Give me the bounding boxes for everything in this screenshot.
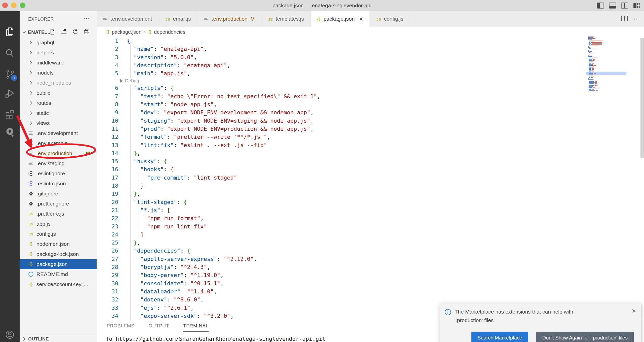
file-item-env-staging[interactable]: .env.staging <box>20 158 97 168</box>
code-token: "version" <box>134 54 164 60</box>
code-text: "dev": "export NODE_ENV=development && n… <box>127 109 314 117</box>
code-token: , <box>254 256 257 262</box>
notification-message: The Marketplace has extensions that can … <box>455 307 611 325</box>
run-debug-icon[interactable] <box>4 88 16 99</box>
file-item-config-js[interactable]: JSconfig.js <box>20 229 97 239</box>
code-token: "export NODE_ENV=development && nodemon … <box>164 109 310 116</box>
file-item-serviceaccountkey-j[interactable]: {}serviceAccountKey.j... <box>20 279 97 289</box>
file-item-eslintignore[interactable]: .eslintignore <box>20 168 97 179</box>
file-item-env-development[interactable]: .env.development <box>20 128 97 138</box>
minimap-row <box>588 45 626 45</box>
new-folder-icon[interactable] <box>60 28 67 36</box>
account-icon[interactable] <box>4 329 16 340</box>
code-text: "body-parser": "^1.19.0", <box>127 271 224 279</box>
js-file-icon: JS <box>28 231 34 237</box>
code-token <box>127 134 140 140</box>
tab-email-js[interactable]: JSemail.js <box>159 11 198 27</box>
search-marketplace-button[interactable]: Search Marketplace <box>471 332 528 342</box>
chevron-right-icon <box>28 59 34 66</box>
breadcrumb-item[interactable]: dependencies <box>154 29 185 35</box>
close-tab-icon[interactable]: × <box>359 16 363 22</box>
workspace-section-header[interactable]: ENATE... <box>20 27 97 38</box>
tab-config-js[interactable]: JSconfig.js <box>370 11 410 27</box>
collapse-folders-icon[interactable] <box>84 28 90 36</box>
codelens-row[interactable]: Debug <box>97 78 644 84</box>
minimap-row <box>588 55 626 56</box>
tab-package-json[interactable]: {}package.json× <box>311 11 370 27</box>
indent-guide <box>137 231 137 239</box>
debug-codelens[interactable]: Debug <box>120 78 139 84</box>
code-editor[interactable]: 1{2 "name": "enatega-api",3 "version": "… <box>97 37 644 320</box>
file-item-package-lock-json[interactable]: {}package-lock.json <box>20 249 97 259</box>
source-control-icon[interactable]: 1 <box>4 68 16 80</box>
breadcrumb-item[interactable]: package.json <box>112 29 141 35</box>
minimap-row <box>588 48 626 49</box>
minimap-row <box>588 51 626 52</box>
minimap-row <box>588 37 626 37</box>
file-item-prettierrc-js[interactable]: JS.prettierrc.js <box>20 209 97 219</box>
chevron-right-icon <box>28 90 34 96</box>
split-editor-icon[interactable] <box>621 15 628 23</box>
code-line: 26 "dependencies": { <box>97 247 644 255</box>
folder-item-routes[interactable]: routes <box>20 98 97 108</box>
toggle-sidebar-icon[interactable] <box>597 2 604 10</box>
file-item-package-json[interactable]: {}package.json <box>20 259 97 269</box>
customize-layout-icon[interactable] <box>633 2 640 10</box>
folder-item-node-modules[interactable]: node_modules <box>20 78 97 88</box>
code-token: } <box>140 183 144 189</box>
explorer-more-actions-icon[interactable]: ⋯ <box>83 14 91 22</box>
workspace-name: ENATE... <box>28 29 49 35</box>
tab-env-production[interactable]: .env.productionM <box>198 11 262 27</box>
code-line: 11 "prod": "export NODE_ENV=production &… <box>97 125 644 133</box>
extensions-icon[interactable] <box>4 108 16 119</box>
file-item-prettierignore[interactable]: .prettierignore <box>20 199 97 209</box>
folder-item-static[interactable]: static <box>20 108 97 118</box>
line-number: 27 <box>97 255 118 263</box>
code-text: "expo-server-sdk": "^3.2.0", <box>127 312 234 320</box>
explorer-icon[interactable] <box>4 26 16 38</box>
folder-item-middleware[interactable]: middleware <box>20 58 97 68</box>
outline-section[interactable]: OUTLINE <box>20 335 96 342</box>
marketplace-extension-icon[interactable] <box>4 126 16 138</box>
panel-tab-output[interactable]: OUTPUT <box>148 323 169 332</box>
file-item-nodemon-json[interactable]: {}nodemon.json <box>20 239 97 249</box>
refresh-icon[interactable] <box>72 28 78 36</box>
minimap[interactable] <box>588 36 626 93</box>
search-icon[interactable] <box>4 48 16 59</box>
folder-item-models[interactable]: models <box>20 68 97 78</box>
new-file-icon[interactable] <box>49 28 55 36</box>
code-text: "format": "prettier --write '**/*.js'", <box>127 133 270 141</box>
code-token: "^8.6.0" <box>174 296 200 303</box>
file-item-env-example[interactable]: .env.example <box>20 138 97 148</box>
close-icon[interactable]: × <box>632 307 636 315</box>
line-number: 22 <box>97 214 118 222</box>
line-number: 5 <box>97 70 118 78</box>
panel-tab-problems[interactable]: PROBLEMS <box>107 323 134 332</box>
file-item-readme-md[interactable]: README.md <box>20 269 97 279</box>
folder-item-views[interactable]: views <box>20 118 97 128</box>
file-item-eslintrc-json[interactable]: .eslintrc.json <box>20 179 97 189</box>
explorer-sidebar: EXPLORER ⋯ ENATE... graphqlhelpersmiddle… <box>20 11 97 342</box>
panel-tab-terminal[interactable]: TERMINAL <box>183 323 209 332</box>
line-number: 28 <box>97 263 118 271</box>
editor-more-actions-icon[interactable]: ⋯ <box>633 15 640 23</box>
code-text: "dotenv": "^8.6.0", <box>127 296 204 304</box>
indent-guide <box>137 182 137 190</box>
code-line: 12 "format": "prettier --write '**/*.js'… <box>97 133 644 141</box>
tab-env-development[interactable]: .env.development <box>97 11 159 27</box>
tab-templates-js[interactable]: JStemplates.js <box>261 11 310 27</box>
toggle-panel-icon[interactable] <box>609 2 616 10</box>
minimap-row <box>588 85 626 86</box>
indent-guide <box>130 45 131 53</box>
split-editor-layout-icon[interactable] <box>621 2 628 10</box>
file-item-env-production[interactable]: .env.productionM <box>20 148 97 158</box>
folder-item-helpers[interactable]: helpers <box>20 48 97 58</box>
code-token: "staging" <box>140 118 170 124</box>
folder-item-public[interactable]: public <box>20 88 97 98</box>
file-item-gitignore[interactable]: .gitignore <box>20 189 97 199</box>
file-item-app-js[interactable]: JSapp.js <box>20 219 97 229</box>
editor-scrollbar[interactable] <box>640 38 644 158</box>
dont-show-again-button[interactable]: Don't Show Again for '.production' files <box>536 332 634 342</box>
code-text: "hooks": { <box>127 165 174 174</box>
folder-item-graphql[interactable]: graphql <box>20 38 97 48</box>
